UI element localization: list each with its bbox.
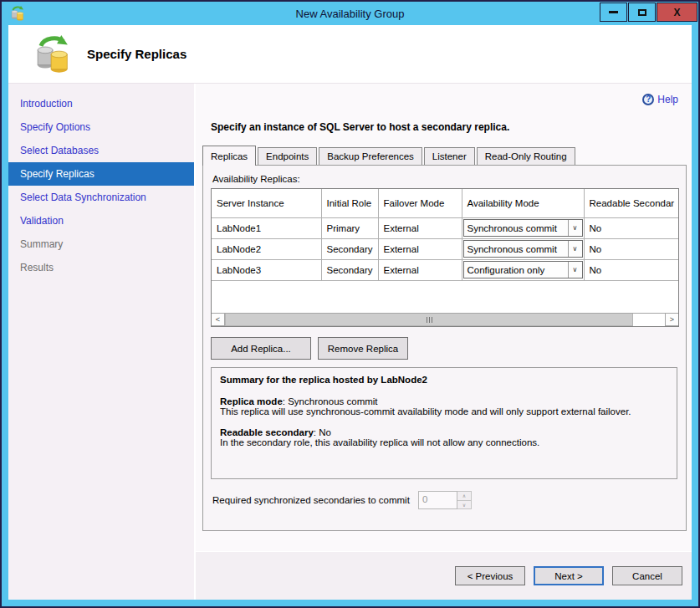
readable-secondary-line: Readable secondary: No	[220, 427, 668, 437]
availability-mode-dropdown[interactable]: Synchronous commit ∨	[463, 219, 583, 237]
help-link[interactable]: ? Help	[642, 94, 678, 105]
maximize-button[interactable]	[628, 3, 656, 22]
maximize-icon	[638, 9, 646, 16]
window-title: New Availability Group	[8, 8, 692, 20]
replica-mode-description: This replica will use synchronous-commit…	[220, 406, 668, 416]
cell-readable-secondary: No	[584, 217, 678, 238]
cell-readable-secondary: No	[584, 259, 678, 280]
titlebar: New Availability Group X	[8, 2, 692, 25]
instruction-text: Specify an instance of SQL Server to hos…	[211, 121, 692, 133]
cell-server-instance: LabNode2	[212, 238, 321, 259]
table-row: LabNode3 Secondary External Configuratio…	[212, 259, 678, 280]
tab-endpoints[interactable]: Endpoints	[258, 147, 317, 165]
cell-failover-mode: External	[378, 238, 462, 259]
close-icon: X	[673, 7, 680, 18]
window-controls: X	[600, 3, 697, 22]
replica-mode-line: Replica mode: Synchronous commit	[220, 396, 668, 406]
scrollbar-thumb[interactable]	[225, 314, 633, 326]
spin-down-icon: ∨	[457, 500, 472, 510]
tab-replicas[interactable]: Replicas	[202, 146, 256, 166]
help-label: Help	[657, 94, 678, 105]
summary-title: Summary for the replica hosted by LabNod…	[220, 375, 668, 385]
availability-replicas-label: Availability Replicas:	[212, 174, 678, 184]
spinner-value: 0	[418, 491, 457, 509]
wizard-header: Specify Replicas	[8, 25, 692, 84]
sidebar-item-introduction[interactable]: Introduction	[8, 92, 194, 115]
next-button[interactable]: Next >	[534, 566, 604, 585]
replicas-tab-page: Availability Replicas: Server Instance I…	[202, 165, 687, 531]
wizard-footer: < Previous Next > Cancel	[196, 551, 692, 600]
close-button[interactable]: X	[657, 3, 697, 22]
spin-up-icon: ∧	[457, 491, 472, 500]
required-secondaries-label: Required synchronized secondaries to com…	[212, 495, 410, 505]
replica-summary-panel: Summary for the replica hosted by LabNod…	[211, 367, 677, 479]
cell-server-instance: LabNode3	[212, 259, 321, 280]
availability-mode-dropdown[interactable]: Configuration only ∨	[463, 261, 583, 278]
cell-failover-mode: External	[378, 259, 462, 280]
availability-mode-dropdown[interactable]: Synchronous commit ∨	[463, 240, 583, 258]
chevron-down-icon: ∨	[568, 262, 582, 278]
tab-backup-preferences[interactable]: Backup Preferences	[319, 147, 422, 165]
replicas-page-icon	[33, 35, 72, 74]
table-row: LabNode1 Primary External Synchronous co…	[212, 217, 678, 238]
grid-empty-area	[212, 281, 678, 314]
scroll-right-icon[interactable]: >	[665, 314, 678, 326]
cell-initial-role: Secondary	[321, 259, 378, 280]
sidebar-item-select-databases[interactable]: Select Databases	[8, 139, 194, 162]
cell-server-instance: LabNode1	[212, 217, 321, 238]
sidebar-item-specify-replicas[interactable]: Specify Replicas	[8, 162, 194, 186]
scrollbar-track[interactable]	[633, 314, 665, 326]
sidebar-item-specify-options[interactable]: Specify Options	[8, 115, 194, 139]
database-sync-icon	[10, 6, 25, 21]
cell-failover-mode: External	[378, 217, 462, 238]
help-icon: ?	[642, 94, 654, 105]
new-availability-group-window: New Availability Group X Specify Replica…	[0, 0, 700, 608]
column-header-server-instance[interactable]: Server Instance	[212, 189, 321, 217]
readable-secondary-description: In the secondary role, this availability…	[220, 437, 668, 447]
required-secondaries-spinner: 0 ∧ ∨	[418, 491, 472, 509]
sidebar-item-validation[interactable]: Validation	[8, 209, 194, 232]
horizontal-scrollbar[interactable]: < >	[212, 313, 678, 326]
cancel-button[interactable]: Cancel	[612, 566, 682, 585]
page-title: Specify Replicas	[87, 47, 186, 61]
scroll-left-icon[interactable]: <	[212, 314, 225, 326]
add-replica-button[interactable]: Add Replica...	[211, 337, 311, 360]
sidebar-item-results: Results	[8, 256, 194, 279]
chevron-down-icon: ∨	[568, 220, 582, 236]
minimize-icon	[609, 11, 618, 13]
column-header-availability-mode[interactable]: Availability Mode	[462, 189, 584, 217]
column-header-readable-secondary[interactable]: Readable Secondar	[584, 189, 678, 217]
table-row: LabNode2 Secondary External Synchronous …	[212, 238, 678, 259]
previous-button[interactable]: < Previous	[455, 566, 525, 585]
availability-replicas-grid: Server Instance Initial Role Failover Mo…	[211, 188, 679, 327]
tab-strip: Replicas Endpoints Backup Preferences Li…	[202, 146, 692, 165]
wizard-steps-sidebar: Introduction Specify Options Select Data…	[8, 84, 194, 600]
chevron-down-icon: ∨	[568, 241, 582, 257]
column-header-initial-role[interactable]: Initial Role	[321, 189, 378, 217]
sidebar-item-select-data-synchronization[interactable]: Select Data Synchronization	[8, 186, 194, 209]
tab-listener[interactable]: Listener	[424, 147, 475, 165]
tab-read-only-routing[interactable]: Read-Only Routing	[477, 147, 575, 165]
main-panel: ? Help Specify an instance of SQL Server…	[196, 84, 692, 600]
remove-replica-button[interactable]: Remove Replica	[318, 337, 408, 360]
sidebar-item-summary: Summary	[8, 232, 194, 256]
grid-header-row: Server Instance Initial Role Failover Mo…	[212, 189, 678, 217]
minimize-button[interactable]	[600, 3, 627, 22]
cell-initial-role: Secondary	[321, 238, 378, 259]
quorum-row: Required synchronized secondaries to com…	[211, 491, 678, 509]
cell-readable-secondary: No	[584, 238, 678, 259]
cell-initial-role: Primary	[321, 217, 378, 238]
dialog-content: Specify Replicas Introduction Specify Op…	[8, 25, 692, 600]
column-header-failover-mode[interactable]: Failover Mode	[378, 189, 462, 217]
